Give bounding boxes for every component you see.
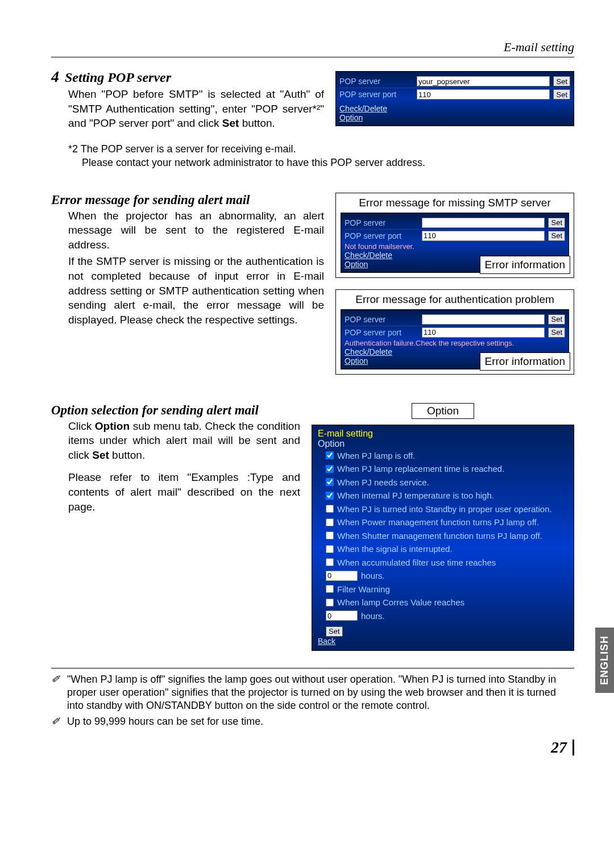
option-checkbox[interactable] xyxy=(326,505,334,513)
page: E-mail setting 4 Setting POP server When… xyxy=(0,0,614,778)
errbox2-error-text: Authentication failure.Check the respect… xyxy=(345,339,565,347)
section-number: 4 xyxy=(51,68,59,85)
hours-label-1: hours. xyxy=(361,570,385,582)
footnote-2: *2 The POP server is a server for receiv… xyxy=(51,142,574,170)
hours-label-2: hours. xyxy=(361,610,385,622)
errbox1-port-input[interactable] xyxy=(422,231,545,241)
note-icon: ✐ xyxy=(51,715,63,728)
option-head1: E-mail setting xyxy=(318,429,568,439)
option-item: When Shutter management function turns P… xyxy=(318,529,568,543)
checkbox-lamp-corres[interactable] xyxy=(326,599,334,607)
pop-port-input[interactable] xyxy=(417,89,550,99)
errbox2-port-input[interactable] xyxy=(422,327,545,338)
section-option: Option selection for sending alert mail … xyxy=(51,403,574,651)
section-4-body: When "POP before SMTP" is selected at "A… xyxy=(51,87,324,131)
error-section-title: Error message for sending alert mail xyxy=(51,193,324,207)
note-icon: ✐ xyxy=(51,673,63,713)
filter-warning-label: Filter Warning xyxy=(337,584,390,595)
error-p1: When the projector has an abnormality, a… xyxy=(51,209,324,252)
option-checkbox[interactable] xyxy=(326,451,334,459)
option-item: When PJ is turned into Standby in proper… xyxy=(318,502,568,516)
pop-port-label: POP server port xyxy=(339,90,413,99)
option-item-label: When PJ needs service. xyxy=(337,477,429,488)
option-item: When PJ needs service. xyxy=(318,476,568,489)
option-checkbox[interactable] xyxy=(326,558,334,566)
errbox2-pop-input[interactable] xyxy=(422,314,545,325)
option-item: When PJ lamp replacement time is reached… xyxy=(318,462,568,476)
error-box-missing-smtp: Error message for missing SMTP server PO… xyxy=(335,193,574,278)
page-number: 27 xyxy=(51,740,574,755)
option-item-label: When Power management function turns PJ … xyxy=(337,517,539,528)
option-item-label: When Shutter management function turns P… xyxy=(337,530,542,542)
option-back-link[interactable]: Back xyxy=(318,637,568,646)
set-button-2[interactable]: Set xyxy=(553,89,570,99)
errbox1-info-callout: Error information xyxy=(480,256,571,274)
pop-server-screenshot: POP server Set POP server port Set Check… xyxy=(335,71,574,126)
errbox1-set2[interactable]: Set xyxy=(548,231,565,241)
errbox2-port-label: POP server port xyxy=(345,328,418,337)
errbox1-title: Error message for missing SMTP server xyxy=(341,197,569,213)
option-checkbox[interactable] xyxy=(326,518,334,526)
errbox1-pop-label: POP server xyxy=(345,218,418,227)
pop-server-label: POP server xyxy=(339,77,413,86)
option-p2: Please refer to item "Examples :Type and… xyxy=(51,470,300,514)
page-header: E-mail setting xyxy=(51,40,574,57)
errbox2-info-callout: Error information xyxy=(480,352,571,371)
option-item: When accumulated filter use time reaches xyxy=(318,556,568,570)
section-4: 4 Setting POP server When "POP before SM… xyxy=(51,68,574,131)
option-checkbox[interactable] xyxy=(326,545,334,553)
lamp-corres-label: When lamp Corres Value reaches xyxy=(337,597,464,608)
notes-rule xyxy=(51,668,574,668)
errbox1-set1[interactable]: Set xyxy=(548,218,565,228)
error-p2: If the SMTP server is missing or the aut… xyxy=(51,254,324,327)
option-item-label: When the signal is interrupted. xyxy=(337,543,453,555)
option-item: When PJ lamp is off. xyxy=(318,449,568,463)
checkbox-filter-warning[interactable] xyxy=(326,585,334,593)
errbox1-error-text: Not found mailserver. xyxy=(345,242,565,251)
note-2: ✐ Up to 99,999 hours can be set for use … xyxy=(51,715,574,728)
option-section-title: Option selection for sending alert mail xyxy=(51,403,300,418)
option-panel: E-mail setting Option When PJ lamp is of… xyxy=(312,425,574,651)
errbox2-pop-label: POP server xyxy=(345,315,418,324)
errbox2-set2[interactable]: Set xyxy=(548,327,565,338)
option-checkbox[interactable] xyxy=(326,531,334,539)
option-item-label: When PJ lamp is off. xyxy=(337,450,415,462)
option-item-label: When accumulated filter use time reaches xyxy=(337,557,496,568)
lamp-hours-input[interactable] xyxy=(326,610,358,621)
option-checkbox[interactable] xyxy=(326,478,334,486)
filter-hours-input[interactable] xyxy=(326,571,358,581)
errbox2-set1[interactable]: Set xyxy=(548,314,565,325)
check-delete-link[interactable]: Check/Delete xyxy=(339,104,570,113)
option-link[interactable]: Option xyxy=(339,113,570,122)
errbox2-title: Error message for authentication problem xyxy=(341,293,569,309)
section-title: Setting POP server xyxy=(65,70,171,85)
option-item: When Power management function turns PJ … xyxy=(318,516,568,529)
pop-server-input[interactable] xyxy=(417,76,550,86)
section-error: Error message for sending alert mail Whe… xyxy=(51,193,574,375)
option-checkbox[interactable] xyxy=(326,492,334,500)
note-1: ✐ "When PJ lamp is off" signifies the la… xyxy=(51,673,574,713)
set-button[interactable]: Set xyxy=(553,76,570,86)
errbox1-pop-input[interactable] xyxy=(422,218,545,228)
header-rule xyxy=(51,57,574,57)
option-item: When the signal is interrupted. xyxy=(318,542,568,556)
option-checkbox[interactable] xyxy=(326,465,334,473)
language-tab: ENGLISH xyxy=(595,628,614,693)
option-item-label: When internal PJ temperature is too high… xyxy=(337,490,494,501)
option-item-label: When PJ is turned into Standby in proper… xyxy=(337,504,552,515)
option-callout: Option xyxy=(412,403,474,419)
option-head2: Option xyxy=(318,439,568,449)
option-p1: Click Option sub menu tab. Check the con… xyxy=(51,419,300,463)
errbox1-port-label: POP server port xyxy=(345,231,418,240)
error-box-auth: Error message for authentication problem… xyxy=(335,289,574,375)
option-set-button[interactable]: Set xyxy=(326,626,343,637)
option-item-label: When PJ lamp replacement time is reached… xyxy=(337,463,504,475)
option-item: When internal PJ temperature is too high… xyxy=(318,489,568,502)
